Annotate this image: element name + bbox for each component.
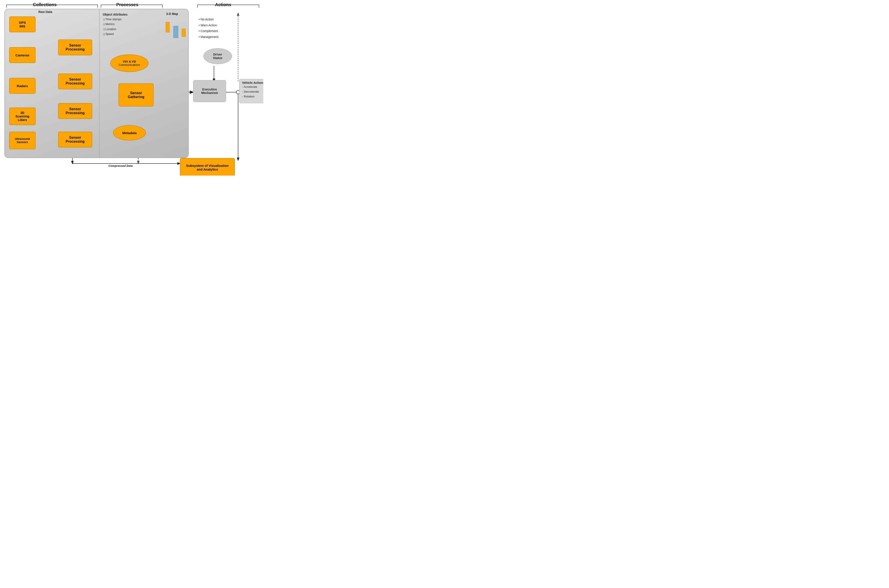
driver-status-label: DriverStatus bbox=[213, 52, 222, 60]
v2v-label: V2V & V2ICommunications bbox=[119, 60, 140, 66]
actions-title: Actions bbox=[215, 2, 231, 7]
driver-status-ellipse: DriverStatus bbox=[204, 48, 232, 64]
map-icon-3 bbox=[182, 28, 186, 37]
ultrasound-box: UltrasoundSensors bbox=[9, 132, 36, 149]
lidars-box: 3DScanningLidars bbox=[9, 108, 36, 125]
sensor-gathering-label: SensorGathering bbox=[128, 91, 144, 99]
sp4-label: SensorProcessing bbox=[66, 136, 84, 144]
metadata-ellipse: Metadata bbox=[113, 125, 146, 141]
object-attrs-title: Object Attributes bbox=[103, 12, 127, 17]
execution-mechanism-box: ExecutionMechanism bbox=[193, 80, 226, 102]
subsystem-box: Subsystem of Visualizationand Analytics bbox=[180, 158, 235, 176]
radars-label: Radars bbox=[17, 84, 28, 88]
map-3d-label: 3-D Map bbox=[166, 12, 178, 16]
compressed-data-label: Compressed Data bbox=[108, 164, 133, 168]
gps-ims-box: GPSIMS bbox=[9, 16, 36, 32]
object-attrs-list: -) Time stamps -) Metrics -) Location -)… bbox=[103, 17, 127, 36]
ultrasound-label: UltrasoundSensors bbox=[15, 137, 30, 144]
sensor-processing-1: SensorProcessing bbox=[58, 39, 92, 55]
cameras-box: Cameras bbox=[9, 47, 36, 63]
sp3-label: SensorProcessing bbox=[66, 107, 84, 115]
vehicle-actions-box: Vehicle Actions - Accelerate - Deccelera… bbox=[239, 79, 263, 103]
processes-title: Processes bbox=[116, 2, 138, 7]
map-icon-1 bbox=[166, 22, 169, 33]
vehicle-actions-list: - Accelerate - Deccelerate - Rotation bbox=[242, 84, 263, 99]
object-attrs: Object Attributes -) Time stamps -) Metr… bbox=[103, 12, 127, 36]
collections-title: Collections bbox=[33, 2, 57, 7]
v2v-ellipse: V2V & V2ICommunications bbox=[110, 54, 148, 72]
action-warn-action: • Warn Action bbox=[199, 22, 219, 28]
gps-ims-label: GPSIMS bbox=[19, 21, 26, 28]
actions-list: • No Action • Warn Action • Complement •… bbox=[199, 16, 219, 40]
metadata-label: Metadata bbox=[122, 131, 136, 135]
map-icon-2 bbox=[173, 26, 178, 38]
action-management: • Management bbox=[199, 34, 219, 40]
sensor-processing-4: SensorProcessing bbox=[58, 132, 92, 147]
cameras-label: Cameras bbox=[15, 53, 29, 57]
divider-line bbox=[99, 9, 100, 158]
diagram-root: Collections Processes Actions Raw Data G… bbox=[0, 0, 263, 176]
sensor-processing-3: SensorProcessing bbox=[58, 103, 92, 119]
raw-data-label: Raw Data bbox=[38, 10, 52, 14]
radars-box: Radars bbox=[9, 78, 36, 94]
sp2-label: SensorProcessing bbox=[66, 78, 84, 86]
lidars-label: 3DScanningLidars bbox=[15, 111, 29, 122]
subsystem-label: Subsystem of Visualizationand Analytics bbox=[186, 164, 229, 171]
sensor-processing-2: SensorProcessing bbox=[58, 74, 92, 89]
action-no-action: • No Action bbox=[199, 16, 219, 22]
sp1-label: SensorProcessing bbox=[66, 44, 84, 51]
sensor-gathering-box: SensorGathering bbox=[118, 83, 154, 106]
execution-mechanism-label: ExecutionMechanism bbox=[201, 88, 218, 94]
vehicle-actions-title: Vehicle Actions bbox=[242, 81, 263, 84]
action-complement: • Complement bbox=[199, 28, 219, 34]
